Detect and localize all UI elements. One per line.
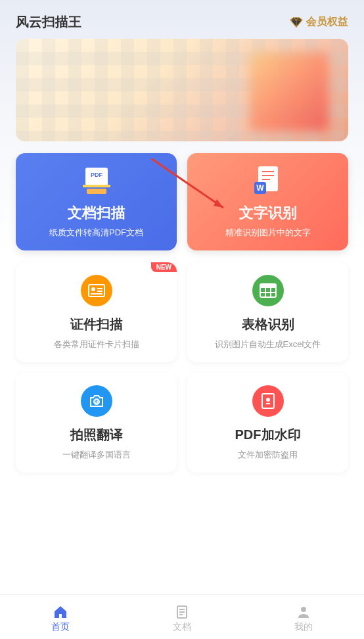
diamond-icon — [289, 16, 304, 28]
card-title: 证件扫描 — [70, 316, 123, 333]
doc-scan-card[interactable]: PDF 文档扫描 纸质文件转高清PDF文档 — [16, 153, 177, 250]
card-desc: 纸质文件转高清PDF文档 — [49, 227, 143, 239]
svg-rect-26 — [266, 403, 270, 404]
tab-label: 我的 — [294, 621, 313, 633]
pdf-watermark-icon — [252, 385, 284, 417]
svg-point-13 — [91, 287, 95, 291]
tab-docs[interactable]: 文档 — [156, 604, 208, 633]
card-title: PDF加水印 — [235, 426, 301, 444]
svg-rect-14 — [97, 288, 102, 289]
card-title: 拍照翻译 — [70, 426, 123, 444]
home-icon — [53, 604, 68, 620]
id-scan-card[interactable]: NEW 证件扫描 各类常用证件卡片扫描 — [16, 262, 177, 362]
header: 风云扫描王 会员权益 — [0, 0, 364, 39]
tab-home[interactable]: 首页 — [34, 604, 87, 633]
photo-translate-card[interactable]: 译 拍照翻译 一键翻译多国语言 — [16, 373, 177, 473]
card-desc: 精准识别图片中的文字 — [225, 227, 311, 239]
svg-point-25 — [266, 398, 270, 402]
profile-icon — [296, 604, 311, 620]
tab-label: 文档 — [173, 621, 191, 633]
id-card-icon — [81, 275, 112, 306]
card-desc: 文件加密防盗用 — [238, 449, 298, 461]
vip-badge[interactable]: 会员权益 — [289, 15, 348, 29]
docs-icon — [174, 604, 190, 620]
pdf-watermark-card[interactable]: PDF加水印 文件加密防盗用 — [187, 373, 348, 473]
svg-text:W: W — [256, 183, 264, 193]
tab-profile[interactable]: 我的 — [277, 604, 330, 633]
svg-rect-4 — [83, 185, 110, 187]
card-desc: 一键翻译多国语言 — [62, 449, 131, 461]
main-cards-grid: PDF 文档扫描 纸质文件转高清PDF文档 W 文字识别 精准识别图片中的文字 — [0, 153, 364, 250]
tab-label: 首页 — [51, 621, 70, 633]
promo-banner[interactable] — [16, 39, 348, 141]
word-doc-icon: W — [250, 165, 286, 197]
card-title: 文字识别 — [239, 203, 297, 223]
table-icon — [252, 275, 284, 306]
table-recognition-card[interactable]: 表格识别 识别图片自动生成Excel文件 — [187, 262, 348, 362]
camera-translate-icon: 译 — [81, 385, 112, 417]
card-title: 表格识别 — [242, 316, 294, 333]
svg-rect-15 — [97, 291, 102, 292]
vip-label: 会员权益 — [306, 15, 348, 29]
svg-text:PDF: PDF — [91, 172, 103, 178]
svg-text:译: 译 — [93, 400, 99, 405]
bottom-tab-bar: 首页 文档 我的 — [0, 594, 364, 639]
new-badge: NEW — [151, 262, 177, 272]
svg-rect-5 — [87, 189, 106, 194]
card-desc: 识别图片自动生成Excel文件 — [215, 339, 321, 350]
secondary-cards-grid: NEW 证件扫描 各类常用证件卡片扫描 表格识别 识别图片自动生成Excel文 — [0, 262, 364, 473]
text-recognition-card[interactable]: W 文字识别 精准识别图片中的文字 — [187, 153, 348, 250]
card-title: 文档扫描 — [68, 203, 125, 223]
pdf-scan-icon: PDF — [79, 165, 114, 197]
svg-rect-16 — [91, 293, 102, 295]
card-desc: 各类常用证件卡片扫描 — [54, 339, 139, 350]
svg-rect-18 — [260, 284, 276, 288]
svg-point-31 — [301, 607, 306, 612]
app-title: 风云扫描王 — [16, 13, 81, 31]
